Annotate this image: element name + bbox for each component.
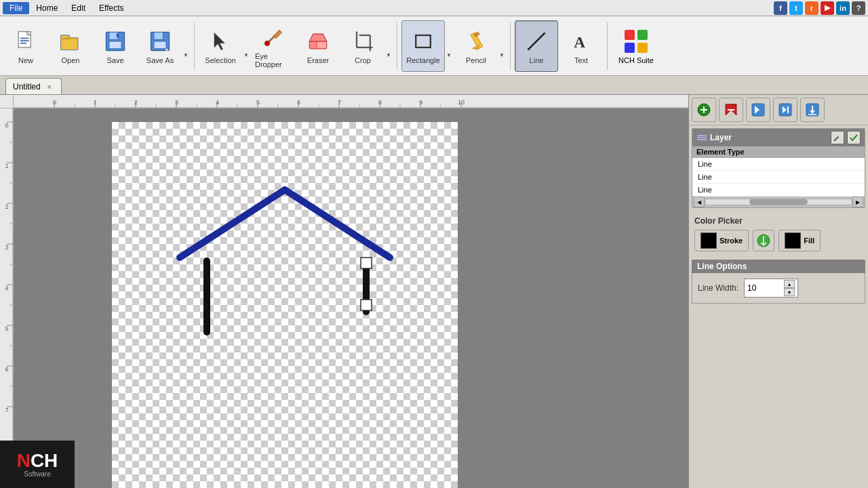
layer-icon (696, 131, 707, 144)
svg-rect-117 (697, 137, 707, 138)
open-button[interactable]: Open (49, 20, 92, 72)
pencil-dropdown-arrow[interactable]: ▼ (498, 20, 506, 72)
scroll-left-arrow[interactable]: ◀ (694, 197, 705, 207)
eraser-icon (304, 28, 332, 55)
svg-text:0: 0 (53, 99, 56, 106)
layer-edit-button[interactable] (831, 131, 844, 144)
separator-3 (510, 22, 511, 70)
ruler-corner (0, 95, 14, 108)
line-button[interactable]: Line (515, 20, 558, 72)
nch-logo: NCH Software (0, 441, 75, 488)
nchsuite-button[interactable]: NCH Suite (612, 20, 660, 72)
save-label: Save (106, 56, 123, 64)
line-width-row: Line Width: 10 ▲ ▼ (698, 279, 859, 298)
remove-layer-button[interactable] (719, 98, 743, 122)
scroll-right-arrow[interactable]: ▶ (852, 197, 863, 207)
help-icon[interactable]: ? (852, 1, 865, 15)
spinner-down[interactable]: ▼ (784, 288, 795, 296)
tab-untitled[interactable]: Untitled × (5, 78, 62, 94)
layer-list[interactable]: Line Line Line (692, 158, 865, 197)
layer-header: Layer (692, 129, 865, 146)
add-layer-button[interactable] (692, 98, 716, 122)
svg-line-94 (180, 190, 285, 258)
saveas-button[interactable]: + Save As (138, 20, 182, 72)
scrollbar-thumb[interactable] (749, 199, 808, 205)
svg-text:4: 4 (216, 99, 219, 106)
saveas-label: Save As (146, 56, 174, 64)
crop-dropdown-arrow[interactable]: ▼ (384, 20, 393, 72)
svg-rect-116 (697, 135, 707, 136)
selection-button[interactable]: Selection (199, 20, 242, 72)
menu-edit[interactable]: Edit (64, 2, 92, 14)
svg-text:6: 6 (5, 366, 8, 373)
right-panel: Layer Element Type (688, 95, 868, 488)
scrollbar-track[interactable] (705, 199, 852, 205)
youtube-icon[interactable]: ▶ (821, 1, 834, 15)
svg-rect-36 (637, 43, 648, 53)
svg-text:3: 3 (175, 99, 178, 106)
color-picker-title: Color Picker (694, 216, 863, 226)
stroke-label: Stroke (719, 237, 743, 245)
color-picker-section: Color Picker Stroke Fill (692, 214, 865, 254)
panel-action-bar (689, 95, 868, 125)
line-width-spinner[interactable]: ▲ ▼ (784, 280, 795, 296)
rectangle-label: Rectangle (406, 56, 440, 64)
selection-dropdown-arrow[interactable]: ▼ (242, 20, 250, 72)
pencil-label: Pencil (466, 56, 486, 64)
layer-item-3[interactable]: Line (692, 184, 865, 197)
svg-line-95 (285, 190, 390, 258)
canvas-content[interactable] (112, 122, 458, 488)
svg-rect-13 (154, 32, 163, 39)
layer-item-1[interactable]: Line (692, 158, 865, 171)
menu-home[interactable]: Home (29, 2, 64, 14)
layer-list-header: Element Type (692, 146, 865, 158)
rss-icon[interactable]: r (805, 1, 818, 15)
svg-text:3: 3 (5, 244, 8, 251)
fill-button[interactable]: Fill (778, 230, 821, 251)
eyedropper-button[interactable]: Eye Dropper (252, 20, 295, 72)
spinner-up[interactable]: ▲ (784, 280, 795, 288)
stroke-button[interactable]: Stroke (694, 230, 749, 251)
svg-text:8: 8 (378, 99, 382, 106)
crop-button[interactable]: Crop (341, 20, 384, 72)
svg-text:7: 7 (338, 99, 341, 106)
saveas-dropdown-arrow[interactable]: ▼ (182, 20, 190, 72)
svg-line-18 (269, 36, 275, 42)
toolbar: New Open Save (0, 16, 868, 76)
fill-label: Fill (804, 237, 814, 245)
svg-text:1: 1 (94, 99, 97, 106)
svg-rect-98 (361, 258, 372, 268)
facebook-icon[interactable]: f (774, 1, 787, 15)
layer-panel: Layer Element Type (692, 128, 865, 208)
svg-rect-2 (20, 37, 29, 39)
menu-effects[interactable]: Effects (92, 2, 130, 14)
svg-text:2: 2 (5, 203, 8, 210)
svg-rect-11 (117, 33, 119, 37)
move-layer-left-button[interactable] (746, 98, 770, 122)
download-button[interactable] (800, 98, 825, 122)
rectangle-button-group: Rectangle ▼ (401, 20, 453, 72)
menu-file[interactable]: File (3, 2, 29, 14)
move-layer-right-button[interactable] (773, 98, 797, 122)
pencil-button[interactable]: Pencil (454, 20, 498, 72)
layer-scrollbar[interactable]: ◀ ▶ (692, 197, 865, 207)
canvas-drawing-area[interactable] (14, 108, 688, 488)
twitter-icon[interactable]: t (789, 1, 803, 15)
new-button[interactable]: New (4, 20, 47, 72)
layer-check-button[interactable] (847, 131, 861, 144)
canvas-container[interactable]: 0 1 2 3 4 5 6 7 8 9 10 (0, 95, 688, 488)
tab-close[interactable]: × (45, 82, 54, 92)
rectangle-button[interactable]: Rectangle (401, 20, 445, 72)
svg-rect-35 (625, 43, 635, 53)
menubar: File Home Edit Effects f t r ▶ in ? (0, 0, 868, 16)
linkedin-icon[interactable]: in (836, 1, 850, 15)
rectangle-dropdown-arrow[interactable]: ▼ (445, 20, 453, 72)
eraser-button[interactable]: Eraser (296, 20, 340, 72)
line-width-input[interactable]: 10 ▲ ▼ (744, 279, 798, 298)
text-button[interactable]: A Text (559, 20, 603, 72)
color-swap-button[interactable] (753, 230, 774, 251)
layer-item-2[interactable]: Line (692, 171, 865, 184)
save-button[interactable]: Save (94, 20, 137, 72)
line-options-header: Line Options (692, 260, 865, 273)
svg-text:7: 7 (5, 407, 8, 413)
